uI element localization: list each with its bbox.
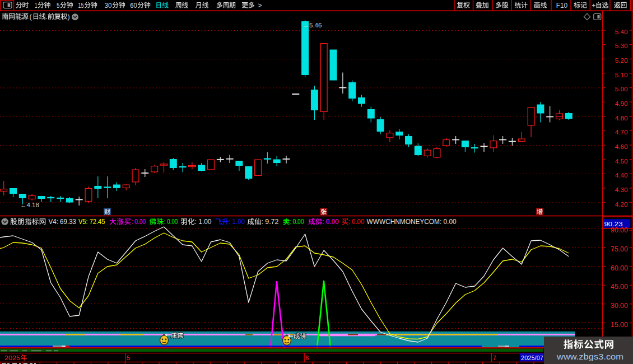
- svg-text:30.00: 30.00: [611, 302, 628, 310]
- svg-text:: 1.00: : 1.00: [229, 218, 245, 226]
- svg-text:4.70: 4.70: [615, 128, 628, 136]
- svg-text:4.30: 4.30: [615, 186, 628, 193]
- svg-text:: 0.00: : 0.00: [322, 218, 339, 226]
- svg-text:V5: 72.45: V5: 72.45: [78, 218, 105, 226]
- svg-text:5: 5: [57, 2, 60, 10]
- svg-text:4.60: 4.60: [615, 143, 628, 150]
- svg-text:(: (: [30, 13, 32, 21]
- svg-text:V4: 69.33: V4: 69.33: [49, 218, 77, 226]
- svg-text:75.00: 75.00: [611, 245, 628, 253]
- svg-text:: 0.00: : 0.00: [132, 218, 146, 226]
- svg-text:: 0.00: : 0.00: [164, 218, 178, 226]
- svg-text:+: +: [592, 2, 595, 10]
- svg-text:F10: F10: [556, 2, 568, 10]
- svg-text:7: 7: [493, 354, 496, 361]
- svg-text:4.90: 4.90: [615, 100, 628, 107]
- svg-text:5.30: 5.30: [615, 42, 628, 49]
- svg-text:: 1.00: : 1.00: [195, 218, 212, 226]
- svg-text:45.00: 45.00: [611, 283, 628, 291]
- svg-text:60: 60: [130, 2, 137, 10]
- svg-text:4.50: 4.50: [615, 157, 628, 165]
- svg-text:: 0.00: : 0.00: [348, 218, 365, 226]
- svg-text:5.20: 5.20: [615, 57, 628, 64]
- svg-text:: 9.72: : 9.72: [262, 218, 279, 226]
- svg-text:5.00: 5.00: [615, 85, 628, 92]
- svg-text:←4.18: ←4.18: [20, 202, 39, 208]
- svg-text:60.00: 60.00: [611, 264, 628, 272]
- svg-text:4.40: 4.40: [615, 171, 628, 179]
- svg-text:5.40: 5.40: [615, 28, 628, 35]
- svg-text:5: 5: [127, 354, 130, 361]
- svg-text:6: 6: [305, 354, 309, 361]
- svg-text:2025: 2025: [4, 354, 20, 361]
- svg-text:90.00: 90.00: [611, 226, 628, 234]
- svg-text:1: 1: [35, 2, 37, 10]
- svg-text:>: >: [258, 2, 262, 10]
- svg-text:2025/07: 2025/07: [521, 354, 543, 361]
- svg-text:: 0.00: : 0.00: [290, 218, 304, 226]
- svg-text:): ): [67, 13, 69, 21]
- svg-text:.: .: [45, 13, 47, 21]
- svg-text:4.20: 4.20: [615, 200, 628, 208]
- svg-text:30: 30: [105, 2, 112, 10]
- svg-text:4.80: 4.80: [615, 114, 628, 122]
- svg-text:5.10: 5.10: [615, 71, 628, 78]
- svg-text:15.00: 15.00: [611, 321, 628, 329]
- svg-text:WWWCHNMONEYCOM: 0.00: WWWCHNMONEYCOM: 0.00: [367, 218, 457, 226]
- svg-text:www.zbgs3.com: www.zbgs3.com: [556, 352, 623, 361]
- svg-text:15: 15: [78, 2, 84, 10]
- svg-text:←5.46: ←5.46: [303, 22, 322, 29]
